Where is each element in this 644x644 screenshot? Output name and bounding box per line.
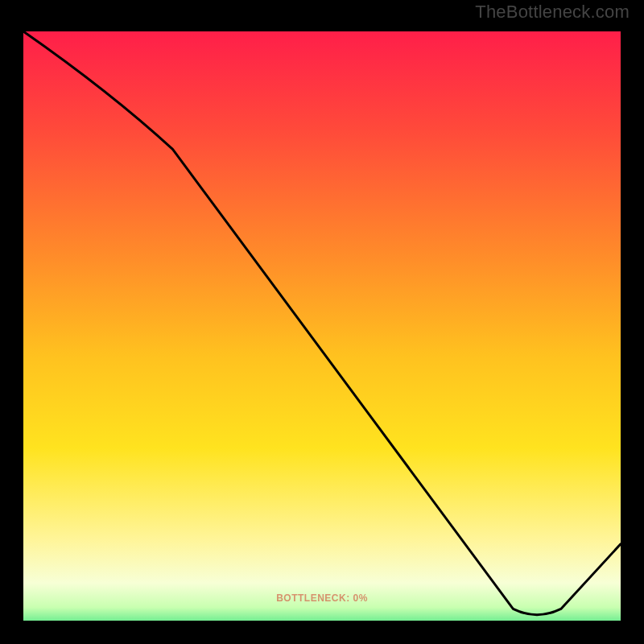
chart-frame: BOTTLENECK: 0% [12, 20, 632, 632]
bottleneck-chart [12, 20, 632, 632]
gradient-background [12, 20, 632, 632]
bottleneck-label: BOTTLENECK: 0% [12, 592, 632, 604]
